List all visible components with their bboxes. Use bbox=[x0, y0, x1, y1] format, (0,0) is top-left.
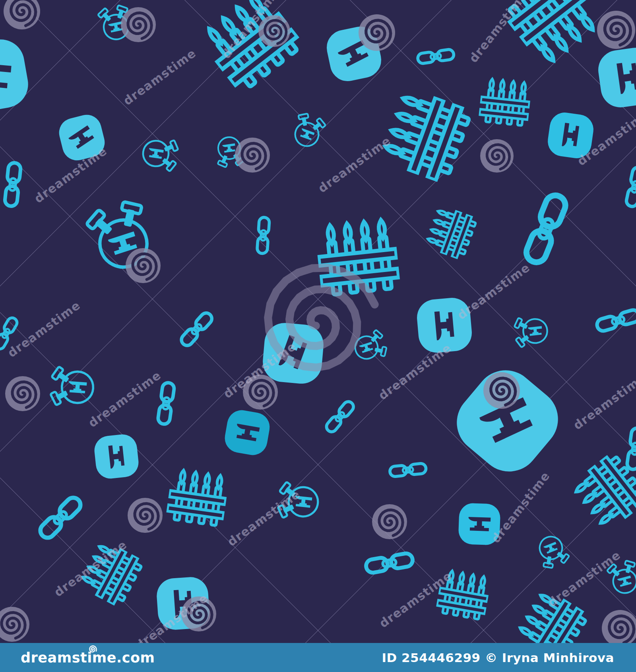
chain-link-icon bbox=[387, 458, 429, 482]
chain-link-icon bbox=[362, 546, 417, 580]
chain-link-icon bbox=[152, 379, 180, 427]
anvil-squircle-icon bbox=[545, 109, 596, 161]
anvil-signboard-icon bbox=[67, 187, 180, 300]
anvil-signboard-icon bbox=[128, 126, 183, 181]
watermark-footer-bar: dreamstime.com ID 254446299 © Iryna Minh… bbox=[0, 643, 636, 672]
chain-link-icon bbox=[415, 44, 457, 69]
garden-fence-icon bbox=[376, 85, 478, 187]
garden-fence-icon bbox=[314, 215, 401, 302]
anvil-squircle-icon bbox=[594, 44, 636, 111]
dreamstime-logo: dreamstime.com bbox=[21, 650, 155, 666]
anvil-signboard-icon bbox=[46, 355, 109, 419]
anvil-signboard-icon bbox=[88, 0, 144, 55]
anvil-squircle-icon bbox=[457, 502, 502, 546]
garden-fence-icon bbox=[434, 567, 492, 624]
garden-fence-icon bbox=[498, 0, 607, 71]
anvil-squircle-icon bbox=[0, 34, 33, 117]
anvil-squircle-icon bbox=[154, 575, 211, 632]
anvil-squircle-icon bbox=[221, 407, 273, 458]
anvil-squircle-icon bbox=[55, 111, 109, 165]
anvil-squircle-icon bbox=[414, 295, 475, 355]
anvil-signboard-icon bbox=[523, 520, 579, 576]
garden-fence-icon bbox=[477, 75, 532, 130]
anvil-squircle-icon bbox=[322, 22, 386, 85]
garden-fence-icon bbox=[165, 466, 230, 531]
anvil-signboard-icon bbox=[510, 306, 560, 356]
anvil-squircle-icon bbox=[92, 432, 141, 481]
chain-link-icon bbox=[174, 306, 219, 352]
chain-link-icon bbox=[320, 395, 360, 438]
garden-fence-icon bbox=[422, 203, 481, 262]
chain-link-icon bbox=[0, 312, 23, 354]
garden-fence-icon bbox=[512, 586, 594, 643]
chain-link-icon bbox=[620, 163, 636, 211]
chain-link-icon bbox=[0, 159, 27, 209]
anvil-squircle-icon bbox=[441, 355, 573, 486]
chain-link-icon bbox=[31, 488, 89, 547]
dreamstime-spiral-icon bbox=[87, 644, 98, 655]
anvil-signboard-icon bbox=[273, 471, 334, 532]
chain-link-icon bbox=[514, 186, 578, 272]
anvil-signboard-icon bbox=[339, 320, 394, 375]
chain-link-icon bbox=[252, 215, 274, 256]
anvil-signboard-icon bbox=[278, 106, 335, 163]
anvil-signboard-icon bbox=[597, 554, 636, 608]
anvil-squircle-icon bbox=[260, 320, 326, 386]
chain-link-icon bbox=[621, 424, 636, 473]
chain-link-icon bbox=[592, 303, 636, 338]
garden-fence-icon bbox=[76, 538, 148, 610]
stock-image-preview: dreamstimedreamstimedreamstimedreamstime… bbox=[0, 0, 636, 672]
image-credit: ID 254446299 © Iryna Minhirova bbox=[382, 651, 614, 665]
garden-fence-icon bbox=[194, 0, 308, 99]
anvil-signboard-icon bbox=[206, 124, 253, 172]
seamless-pattern: dreamstimedreamstimedreamstimedreamstime… bbox=[0, 0, 636, 643]
icon-layer bbox=[0, 0, 636, 643]
